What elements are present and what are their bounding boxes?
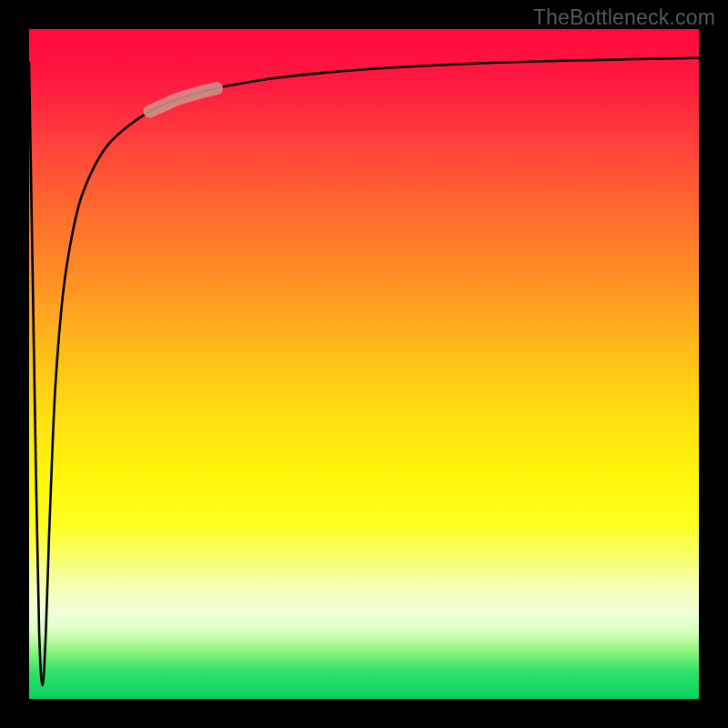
main-curve bbox=[29, 58, 699, 686]
plot-area bbox=[29, 29, 699, 699]
highlight-segment bbox=[149, 88, 217, 111]
chart-frame: TheBottleneck.com bbox=[0, 0, 728, 728]
chart-svg bbox=[29, 29, 699, 699]
attribution-text: TheBottleneck.com bbox=[533, 5, 715, 30]
